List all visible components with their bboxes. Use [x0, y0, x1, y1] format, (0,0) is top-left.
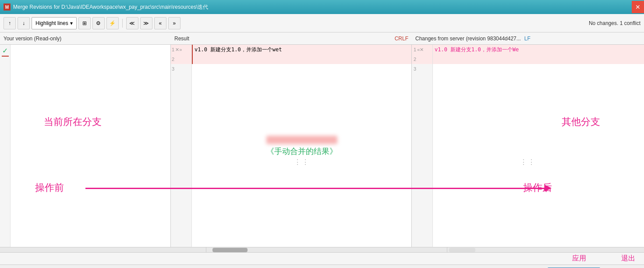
magic-button[interactable]: ⚡	[106, 17, 119, 29]
scroll-indicator: ⋮⋮	[294, 158, 310, 166]
left-panel-content	[11, 45, 170, 247]
right-column-header: Changes from server (revision 983044d427…	[412, 36, 644, 42]
right-gutter-row-3: 3	[412, 64, 432, 74]
close-button[interactable]: ✕	[632, 1, 644, 13]
main-content: ✓ 1 ✕» 2 3 v1.0 新建分支1.0，并添加一个wet	[0, 45, 644, 247]
conflict-indicator	[2, 56, 9, 57]
column-headers: Your version (Read-only) Result CRLF Cha…	[0, 32, 644, 45]
highlight-label: Highlight lines	[35, 20, 68, 26]
right-gutter-row-2: 2	[412, 54, 432, 64]
right-scroll-indicator: ⋮⋮	[520, 158, 536, 166]
left-panel: ✓	[0, 45, 171, 247]
right-gutter-row-1: 1 «✕	[412, 45, 432, 54]
right-panel-content: v1.0 新建分支1.0，并添加一个We ⋮⋮	[433, 45, 644, 247]
next-conflict-button[interactable]: ≫	[140, 17, 152, 29]
apply-label-bottom: 应用	[572, 254, 586, 263]
footer: Accept Left Accept Right Apply Abort	[0, 264, 644, 268]
middle-column-header: Result CRLF	[171, 36, 412, 42]
middle-panel-content: v1.0 新建分支1.0，并添加一个wet ████████ ██ 《手动合并的…	[192, 45, 411, 247]
abort-label-bottom: 退出	[621, 254, 635, 263]
prev-change-button[interactable]: «	[154, 17, 166, 29]
right-gutter: 1 «✕ 2 3	[412, 45, 433, 247]
next-change-icon: »	[173, 20, 176, 26]
conflict-actions: ✕»	[175, 47, 182, 53]
right-scrollbar-thumb[interactable]	[449, 248, 475, 252]
next-change-button[interactable]: »	[168, 17, 180, 29]
magic-icon: ⚡	[109, 20, 116, 26]
blurred-content: ████████ ██	[266, 136, 337, 144]
scrollbar-row	[0, 247, 644, 252]
gear-icon: ⚙	[96, 20, 101, 26]
middle-scrollbar-thumb[interactable]	[212, 248, 248, 252]
middle-panel: 1 ✕» 2 3 v1.0 新建分支1.0，并添加一个wet ████████ …	[171, 45, 412, 247]
settings-button[interactable]: ⚙	[92, 17, 105, 29]
window-title: Merge Revisions for D:\Java\IDEAworkspac…	[13, 4, 640, 11]
merge-result-label[interactable]: 《手动合并的结果》	[266, 146, 337, 156]
highlight-dropdown[interactable]: Highlight lines ▾	[32, 17, 77, 29]
title-bar: M Merge Revisions for D:\Java\IDEAworksp…	[0, 0, 644, 14]
gutter-row-1: 1 ✕»	[171, 45, 191, 54]
check-icon: ✓	[2, 46, 8, 55]
down-button[interactable]: ↓	[18, 17, 30, 29]
next-conflict-icon: ≫	[143, 20, 149, 26]
up-button[interactable]: ↑	[4, 17, 16, 29]
right-code-row-3	[433, 64, 644, 74]
code-row-1: v1.0 新建分支1.0，并添加一个wet	[192, 45, 411, 54]
gutter-row-3: 3	[171, 64, 191, 74]
separator-1	[122, 19, 123, 28]
gutter-row-2: 2	[171, 54, 191, 64]
bottom-annotation-bar: 应用 退出	[0, 252, 644, 264]
right-code-row-2	[433, 54, 644, 64]
middle-annotation: ████████ ██ 《手动合并的结果》	[266, 136, 337, 156]
right-code-area: v1.0 新建分支1.0，并添加一个We	[433, 45, 644, 74]
line-num-3: 3	[172, 66, 174, 71]
middle-gutter: 1 ✕» 2 3	[171, 45, 192, 247]
panels-icon: ⊞	[82, 20, 87, 26]
code-row-2	[192, 54, 411, 64]
code-row-3	[192, 64, 411, 74]
right-panel: 1 «✕ 2 3 v1.0 新建分支1.0，并添加一个We ⋮⋮	[412, 45, 644, 247]
app-icon: M	[4, 4, 11, 11]
toolbar: ↑ ↓ Highlight lines ▾ ⊞ ⚙ ⚡ ≪ ≫ « » No c…	[0, 14, 644, 32]
panels-button[interactable]: ⊞	[78, 17, 91, 29]
dropdown-arrow-icon: ▾	[70, 20, 73, 26]
line-num-1: 1	[172, 47, 174, 52]
line-num-2: 2	[172, 57, 174, 62]
left-column-header: Your version (Read-only)	[0, 36, 171, 42]
right-code-row-1: v1.0 新建分支1.0，并添加一个We	[433, 45, 644, 54]
prev-change-icon: «	[159, 20, 162, 26]
prev-conflict-icon: ≪	[129, 20, 135, 26]
prev-conflict-button[interactable]: ≪	[126, 17, 138, 29]
status-text: No changes. 1 conflict	[589, 20, 640, 26]
left-gutter: ✓	[0, 45, 11, 247]
code-line-1: v1.0 新建分支1.0，并添加一个wet	[195, 46, 282, 54]
